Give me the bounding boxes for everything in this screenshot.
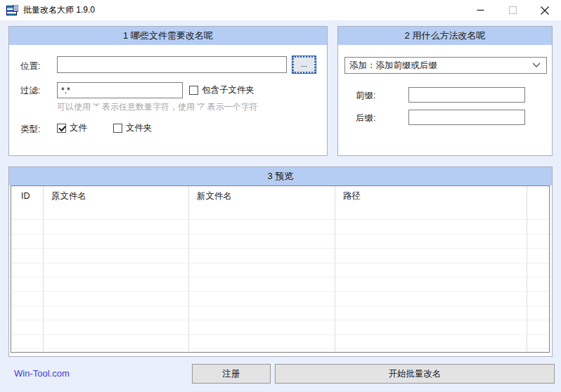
table-row [11, 320, 549, 334]
type-file-label: 文件 [70, 122, 87, 134]
preview-table: ID 原文件名 新文件名 路径 [11, 185, 550, 353]
preview-table-body [11, 206, 549, 352]
register-button[interactable]: 注册 [192, 364, 271, 384]
browse-button[interactable]: ... [292, 56, 316, 73]
titlebar: 批量改名大师 1.9.0 [0, 0, 561, 20]
suffix-label: 后缀: [356, 112, 375, 124]
chevron-down-icon [532, 63, 541, 68]
filter-input[interactable] [57, 82, 183, 98]
prefix-input[interactable] [408, 87, 525, 103]
column-header-path[interactable]: 路径 [343, 186, 361, 206]
include-subfolders-checkbox-box[interactable] [189, 86, 198, 95]
table-row [11, 263, 549, 277]
table-row [11, 220, 549, 234]
table-row [11, 249, 549, 263]
column-header-id[interactable]: ID [21, 186, 30, 206]
table-row [11, 306, 549, 320]
filter-label: 过滤: [20, 85, 40, 97]
column-header-new-name[interactable]: 新文件名 [197, 186, 232, 206]
website-link[interactable]: Win-Tool.com [14, 368, 70, 379]
preview-panel-title: 3 预览 [9, 167, 552, 185]
preview-panel: 3 预览 ID 原文件名 新文件名 路径 [8, 166, 553, 357]
include-subfolders-checkbox[interactable]: 包含子文件夹 [189, 84, 254, 96]
files-panel: 1 哪些文件需要改名呢 位置: ... 过滤: 包含子文件夹 可以使用 '*' … [8, 26, 328, 156]
method-select[interactable]: 添加：添加前缀或后缀 [344, 57, 547, 74]
column-header-original-name[interactable]: 原文件名 [51, 186, 86, 206]
maximize-button [496, 0, 529, 20]
location-input[interactable] [57, 56, 287, 73]
table-row [11, 349, 549, 353]
minimize-button[interactable] [464, 0, 496, 20]
window-controls [464, 0, 561, 20]
type-file-checkbox[interactable]: 文件 [57, 122, 87, 134]
prefix-label: 前缀: [356, 90, 375, 102]
start-rename-button[interactable]: 开始批量改名 [275, 364, 555, 384]
preview-table-header: ID 原文件名 新文件名 路径 [11, 186, 549, 206]
files-panel-title: 1 哪些文件需要改名呢 [9, 27, 327, 45]
app-icon [6, 5, 18, 16]
include-subfolders-label: 包含子文件夹 [202, 84, 254, 96]
wildcard-hint: 可以使用 '*' 表示任意数量字符，使用 '?' 表示一个字符 [57, 101, 258, 113]
method-panel-title: 2 用什么方法改名呢 [338, 27, 552, 45]
type-label: 类型: [20, 124, 40, 136]
type-folder-label: 文件夹 [126, 122, 153, 134]
app-window: 批量改名大师 1.9.0 1 哪些文件需要改名呢 位置: ... 过滤: 包含子… [0, 0, 561, 392]
table-row [11, 235, 549, 249]
type-file-checkbox-box[interactable] [57, 124, 66, 133]
table-row [11, 206, 549, 220]
table-row [11, 335, 549, 349]
table-row [11, 277, 549, 292]
suffix-input[interactable] [408, 110, 525, 125]
type-folder-checkbox[interactable]: 文件夹 [113, 122, 153, 134]
method-select-value: 添加：添加前缀或后缀 [349, 60, 437, 72]
location-label: 位置: [20, 60, 40, 72]
close-button[interactable] [529, 0, 561, 20]
table-row [11, 292, 549, 306]
type-folder-checkbox-box[interactable] [113, 124, 122, 133]
window-title: 批量改名大师 1.9.0 [23, 4, 95, 16]
method-panel: 2 用什么方法改名呢 添加：添加前缀或后缀 前缀: 后缀: [337, 26, 553, 156]
